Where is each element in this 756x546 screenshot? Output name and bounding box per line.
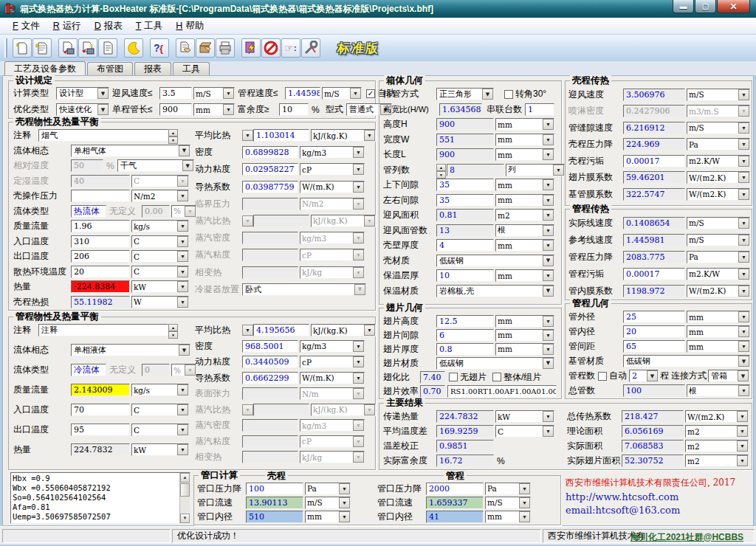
value-field[interactable]: 0.8	[436, 343, 494, 356]
gas-type-combo[interactable]: 干气▼	[117, 159, 194, 172]
value-field[interactable]: 41	[426, 511, 484, 523]
value-field[interactable]: 低碳钢▼	[623, 355, 750, 367]
value-field[interactable]: 206	[71, 250, 130, 263]
save-as-button[interactable]	[78, 38, 97, 58]
scroll-up-button[interactable]: ▲	[180, 473, 190, 483]
dropdown-arrow-button[interactable]: ▼	[519, 511, 530, 522]
value-field[interactable]: 1.659337	[426, 497, 484, 509]
dropdown-arrow-button[interactable]: ▼	[543, 286, 554, 297]
dropdown-arrow-button[interactable]: ▼	[737, 426, 748, 437]
value-field[interactable]: 35	[436, 179, 494, 191]
dropdown-arrow-button[interactable]: ▼	[177, 236, 188, 247]
nofin-checkbox[interactable]	[449, 373, 458, 381]
spinner[interactable]: ▲▼	[168, 324, 178, 336]
value-field[interactable]: 224.7832	[436, 410, 494, 423]
dropdown-arrow-button[interactable]: ▼	[543, 210, 554, 221]
dropdown-arrow-button[interactable]: ▼	[543, 149, 554, 160]
dropdown-arrow-button[interactable]: ▼	[519, 497, 530, 508]
dropdown-arrow-button[interactable]: ▼	[353, 182, 364, 193]
unit-combo[interactable]: kJ/(kg.K)▼	[311, 324, 376, 336]
value-field[interactable]: 322.5747	[623, 188, 685, 201]
value-field[interactable]: 6.216912	[623, 122, 685, 134]
value-field[interactable]: 100	[623, 384, 685, 397]
menu-report[interactable]: D报表	[88, 18, 129, 34]
unit-combo[interactable]: cP▼	[300, 356, 365, 368]
value-field[interactable]: 169.9259	[436, 425, 494, 438]
unit-combo[interactable]: C▼	[495, 425, 554, 438]
tube-length-input[interactable]: 900	[159, 103, 192, 116]
dropdown-arrow-button[interactable]: ▼	[738, 172, 749, 183]
unit-combo[interactable]: mm▼	[495, 148, 554, 161]
unit-combo[interactable]: mm▼	[495, 118, 554, 131]
unit-combo[interactable]: C▼	[131, 250, 189, 263]
dropdown-arrow-button[interactable]: ▼	[223, 104, 234, 115]
connection-combo[interactable]: 管箱▼	[708, 370, 749, 382]
value-field[interactable]: 218.427	[622, 410, 684, 423]
value-field[interactable]: 900	[436, 148, 494, 161]
stop-button[interactable]	[261, 38, 281, 58]
dropdown-arrow-button[interactable]: ▼	[179, 145, 190, 156]
value-field[interactable]: 低碳钢▼	[436, 255, 554, 267]
value-field[interactable]: 1.103014	[253, 129, 309, 142]
tube-speed-field[interactable]: 1.44598	[285, 87, 320, 100]
value-field[interactable]: 224.969	[623, 138, 685, 151]
unit-combo[interactable]: kg/m3▼	[300, 340, 365, 353]
minimize-button[interactable]: ▬	[673, 0, 694, 13]
value-field[interactable]: 65	[623, 340, 685, 353]
dropdown-arrow-button[interactable]: ▼	[364, 130, 375, 141]
unit-combo[interactable]: mm▼	[193, 103, 235, 116]
maximize-button[interactable]: ▢	[695, 0, 716, 13]
value-field[interactable]: 55.11982	[71, 296, 130, 308]
tab-process-params[interactable]: 工艺及设备参数	[4, 61, 86, 75]
dropdown-arrow-button[interactable]: ▼	[543, 358, 554, 369]
dropdown-arrow-button[interactable]: ▼	[177, 190, 188, 201]
dropdown-arrow-button[interactable]: ▼	[543, 134, 554, 145]
vendor-email-link[interactable]: email:htcsoft@163.com	[566, 505, 753, 516]
value-field[interactable]: 7.068583	[622, 440, 684, 452]
dropdown-arrow-button[interactable]: ▼	[177, 221, 188, 232]
dropdown-arrow-button[interactable]: ▼	[738, 218, 749, 229]
fin-code-field[interactable]: RS1.00RT1.00AF1.00A01.00	[447, 385, 557, 398]
value-field[interactable]: 4.195656	[253, 324, 309, 336]
series-count-input[interactable]: 1	[525, 103, 554, 116]
dropdown-arrow-button[interactable]: ▼	[738, 311, 749, 322]
dropdown-arrow-button[interactable]: ▼	[543, 270, 554, 281]
copy-doc-button[interactable]	[176, 38, 195, 58]
value-field[interactable]: 52.30752	[622, 455, 684, 467]
arrange-combo[interactable]: 正三角形▼	[436, 88, 494, 100]
scroll-down-button[interactable]: ▼	[180, 514, 190, 523]
unit-combo[interactable]: m2.K/W▼	[687, 268, 750, 280]
unit-combo[interactable]: mm▼	[305, 511, 351, 523]
shell-note-input[interactable]: 烟气	[38, 129, 168, 142]
dropdown-arrow-button[interactable]: ▼	[339, 497, 350, 508]
unit-combo[interactable]: kg/s▼	[131, 220, 189, 232]
unit-combo[interactable]: m/S▼	[193, 87, 235, 100]
save-button[interactable]	[58, 38, 78, 58]
unit-combo[interactable]: W/(m.K)▼	[300, 181, 365, 193]
dropdown-arrow-button[interactable]: ▼	[519, 483, 530, 494]
value-field[interactable]: 0.3440509	[242, 356, 298, 368]
menu-run[interactable]: R运行	[47, 18, 88, 34]
unit-combo[interactable]: W▼	[131, 296, 189, 308]
run-calc-button[interactable]	[241, 38, 261, 58]
value-field[interactable]: 59.46201	[623, 171, 685, 184]
value-field[interactable]: 35	[436, 194, 494, 207]
dropdown-arrow-button[interactable]: ▼	[738, 341, 749, 352]
value-field[interactable]: 551	[436, 134, 494, 146]
value-field[interactable]: 2083.775	[623, 251, 685, 263]
dropdown-arrow-button[interactable]: ▼	[738, 356, 749, 367]
value-field[interactable]: 1.445981	[623, 234, 685, 246]
dropdown-arrow-button[interactable]: ▼	[353, 341, 364, 352]
tab-report[interactable]: 报表	[134, 62, 171, 75]
value-field[interactable]: 20	[71, 266, 130, 278]
dropdown-arrow-button[interactable]: ▼	[364, 325, 375, 336]
margin-input[interactable]: 10	[279, 103, 309, 116]
value-field[interactable]: 0.00017	[623, 155, 685, 167]
unit-combo[interactable]: mm▼	[687, 325, 750, 338]
auto-checkbox[interactable]: ✓	[366, 89, 375, 98]
value-field[interactable]: 16.72	[436, 455, 494, 467]
value-field[interactable]: 岩棉板,壳▼	[436, 285, 554, 297]
unit-combo[interactable]: m2▼	[495, 209, 554, 221]
unit-combo[interactable]: m/S▼	[322, 87, 362, 100]
value-field[interactable]: 8	[447, 164, 504, 176]
